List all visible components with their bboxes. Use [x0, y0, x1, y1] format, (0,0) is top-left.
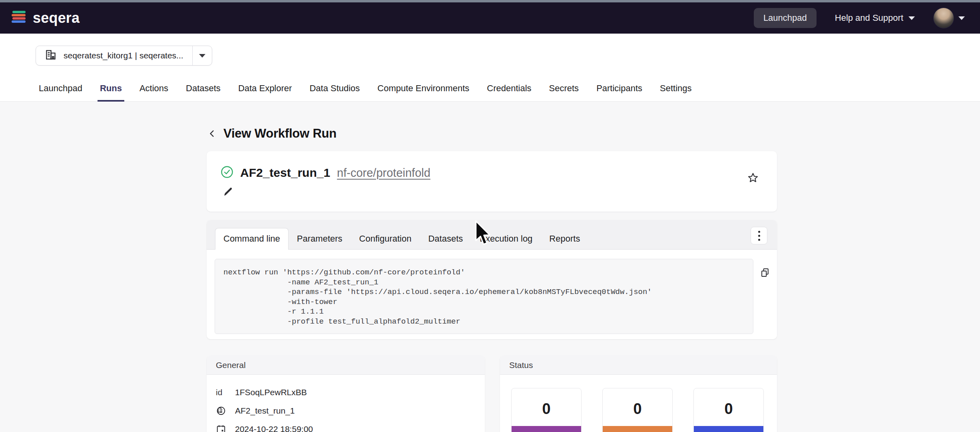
- brand[interactable]: seqera: [10, 9, 80, 27]
- help-and-support-label: Help and Support: [835, 13, 903, 23]
- nav-tab-credentials[interactable]: Credentials: [487, 83, 531, 101]
- tab-configuration[interactable]: Configuration: [351, 228, 420, 249]
- nav-tab-data-explorer[interactable]: Data Explorer: [238, 83, 292, 101]
- run-detail-tabs: Command line Parameters Configuration Da…: [207, 220, 777, 250]
- chevron-down-icon: [199, 54, 205, 58]
- workspace-header: seqeratest_kitorg1 | seqerates... Launch…: [0, 34, 980, 102]
- pipeline-link[interactable]: nf-core/proteinfold: [337, 166, 430, 180]
- page-title: View Workflow Run: [223, 126, 337, 141]
- code-line: -with-tower: [223, 297, 753, 307]
- run-name-icon: [216, 406, 227, 416]
- back-button[interactable]: [207, 129, 217, 138]
- command-line-code: nextflow run 'https://github.com/nf-core…: [215, 259, 753, 334]
- organization-icon: [45, 49, 57, 62]
- edit-pencil-icon[interactable]: [223, 191, 233, 198]
- calendar-icon: [216, 424, 227, 432]
- pending-count: 0: [512, 388, 581, 426]
- status-card-title: Status: [500, 356, 777, 375]
- running-label: running: [694, 426, 763, 432]
- run-name: AF2_test_run_1: [240, 166, 330, 180]
- submitted-label: submitted: [603, 426, 672, 432]
- nav-tab-runs[interactable]: Runs: [100, 83, 122, 101]
- star-icon[interactable]: [747, 172, 759, 184]
- run-name-value: AF2_test_run_1: [235, 406, 295, 416]
- success-status-icon: [221, 166, 233, 180]
- nav-tab-compute-environments[interactable]: Compute Environments: [377, 83, 469, 101]
- status-box-running: 0 running: [693, 388, 764, 432]
- mouse-cursor: [474, 220, 492, 248]
- status-box-submitted: 0 submitted: [602, 388, 673, 432]
- nav-tab-secrets[interactable]: Secrets: [549, 83, 579, 101]
- run-header-card: AF2_test_run_1 nf-core/proteinfold: [207, 151, 777, 212]
- main-content: View Workflow Run AF2_test_run_1 nf-core…: [0, 102, 980, 432]
- launchpad-button[interactable]: Launchpad: [754, 8, 817, 28]
- general-card-title: General: [207, 356, 485, 375]
- pending-label: pending: [512, 426, 581, 432]
- workspace-selector[interactable]: seqeratest_kitorg1 | seqerates...: [36, 46, 212, 66]
- seqera-logo-icon: [10, 9, 27, 27]
- nav-tab-settings[interactable]: Settings: [660, 83, 692, 101]
- code-line: -name AF2_test_run_1: [223, 278, 753, 288]
- run-id-value: 1FSoqLPewRLxBB: [235, 388, 307, 397]
- run-detail-card: Command line Parameters Configuration Da…: [207, 220, 777, 339]
- general-row-name: AF2_test_run_1: [216, 402, 485, 420]
- nav-tab-participants[interactable]: Participants: [596, 83, 642, 101]
- code-line: -r 1.1.1: [223, 307, 753, 317]
- workspace-selector-caret[interactable]: [193, 46, 212, 65]
- chevron-down-icon: [908, 16, 915, 20]
- topbar: seqera Launchpad Help and Support: [0, 2, 980, 34]
- nav-tab-datasets[interactable]: Datasets: [186, 83, 221, 101]
- help-and-support-menu[interactable]: Help and Support: [835, 13, 915, 23]
- submitted-count: 0: [603, 388, 672, 426]
- chevron-down-icon: [958, 16, 965, 20]
- code-line: nextflow run 'https://github.com/nf-core…: [223, 268, 753, 278]
- tab-reports[interactable]: Reports: [541, 228, 588, 249]
- code-line: -params-file 'https://api.cloud.seqera.i…: [223, 287, 753, 297]
- run-date-value: 2024-10-22 18:59:00: [235, 424, 313, 432]
- brand-wordmark: seqera: [33, 10, 80, 26]
- user-menu[interactable]: [933, 8, 965, 28]
- code-line: -profile test_full_alphafold2_multimer: [223, 317, 753, 327]
- nav-tab-actions[interactable]: Actions: [139, 83, 168, 101]
- tab-datasets[interactable]: Datasets: [420, 228, 471, 249]
- workspace-selector-label: seqeratest_kitorg1 | seqerates...: [64, 51, 183, 60]
- status-box-pending: 0 pending: [511, 388, 582, 432]
- id-label: id: [216, 388, 227, 397]
- app-window: seqera Launchpad Help and Support: [0, 0, 980, 432]
- tab-parameters[interactable]: Parameters: [289, 228, 351, 249]
- nav-tab-data-studios[interactable]: Data Studios: [309, 83, 360, 101]
- avatar: [933, 8, 954, 28]
- more-options-button[interactable]: [751, 227, 767, 244]
- workspace-nav-tabs: Launchpad Runs Actions Datasets Data Exp…: [0, 66, 980, 102]
- general-row-date: 2024-10-22 18:59:00: [216, 420, 485, 432]
- general-row-id: id 1FSoqLPewRLxBB: [216, 383, 485, 402]
- tab-command-line[interactable]: Command line: [215, 228, 289, 250]
- running-count: 0: [694, 388, 763, 426]
- status-card: Status 0 pending 0 submitted: [500, 356, 777, 432]
- copy-icon[interactable]: [760, 266, 771, 280]
- general-card: General id 1FSoqLPewRLxBB: [207, 356, 485, 432]
- nav-tab-launchpad[interactable]: Launchpad: [39, 83, 82, 101]
